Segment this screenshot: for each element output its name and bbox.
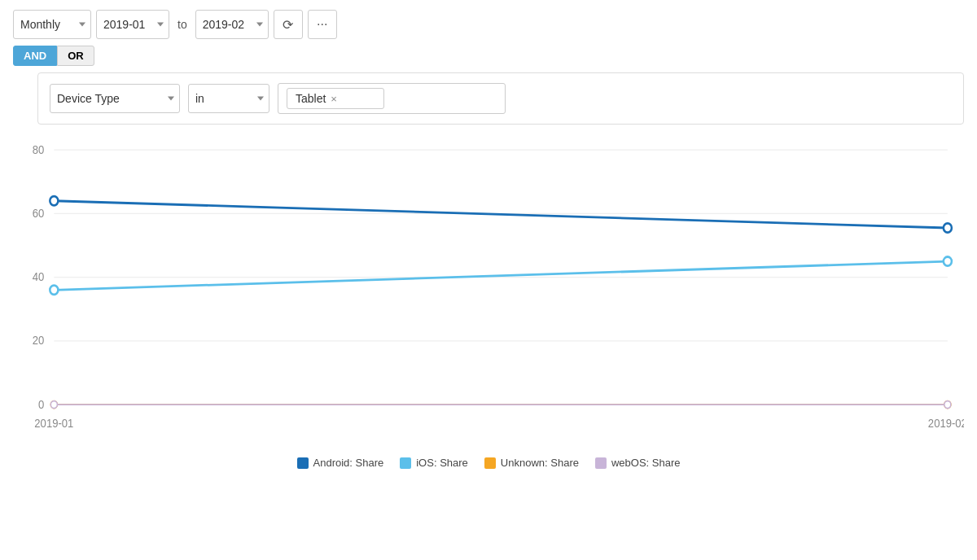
- tablet-tag-label: Tablet: [296, 92, 326, 105]
- to-label: to: [174, 18, 191, 31]
- android-start-dot: [50, 196, 58, 205]
- operator-select-wrapper[interactable]: in not in equals: [188, 84, 269, 113]
- ios-start-dot: [50, 286, 58, 295]
- from-date-select-wrapper[interactable]: 2019-01 2019-02 2018-12: [96, 10, 169, 39]
- svg-text:80: 80: [33, 142, 45, 156]
- dimension-select[interactable]: Device Type Browser OS: [57, 92, 137, 105]
- and-button[interactable]: AND: [13, 46, 57, 66]
- webos-start-dot: [50, 401, 57, 409]
- svg-text:20: 20: [33, 334, 45, 348]
- line-chart-svg: 80 60 40 20 0 2019-01 2019-02: [13, 141, 964, 450]
- ios-end-dot: [944, 257, 952, 266]
- legend-item-unknown: Unknown: Share: [484, 457, 579, 469]
- refresh-icon: ⟳: [283, 17, 293, 33]
- svg-text:2019-02: 2019-02: [928, 416, 964, 430]
- svg-text:40: 40: [33, 269, 45, 283]
- from-date-select[interactable]: 2019-01 2019-02 2018-12: [103, 18, 162, 31]
- unknown-swatch: [484, 457, 496, 469]
- ios-label: iOS: Share: [416, 457, 468, 469]
- toolbar: Monthly Daily Weekly Quarterly Yearly 20…: [13, 10, 964, 39]
- more-icon: ···: [317, 17, 327, 32]
- webos-label: webOS: Share: [611, 457, 681, 469]
- android-end-dot: [944, 223, 952, 232]
- to-date-select-wrapper[interactable]: 2019-02 2019-01 2019-03: [195, 10, 269, 39]
- svg-text:60: 60: [33, 206, 45, 220]
- legend-item-android: Android: Share: [297, 457, 384, 469]
- ios-swatch: [400, 457, 411, 469]
- logic-buttons: AND OR: [13, 46, 964, 66]
- webos-swatch: [595, 457, 607, 469]
- android-label: Android: Share: [313, 457, 384, 469]
- legend-item-webos: webOS: Share: [595, 457, 681, 469]
- chart-area: 80 60 40 20 0 2019-01 2019-02: [13, 141, 964, 450]
- or-button[interactable]: OR: [57, 46, 94, 66]
- svg-text:0: 0: [38, 397, 45, 411]
- filter-container: Device Type Browser OS in not in equals …: [37, 72, 964, 125]
- refresh-button[interactable]: ⟳: [274, 10, 303, 39]
- more-options-button[interactable]: ···: [308, 10, 337, 39]
- operator-select[interactable]: in not in equals: [195, 92, 246, 105]
- svg-text:2019-01: 2019-01: [34, 416, 73, 430]
- unknown-label: Unknown: Share: [501, 457, 579, 469]
- tablet-tag-close-icon[interactable]: ×: [331, 94, 337, 104]
- dimension-chevron-icon: [168, 97, 174, 101]
- tablet-tag: Tablet ×: [287, 88, 384, 109]
- svg-line-13: [54, 261, 948, 290]
- tag-input-area[interactable]: Tablet ×: [278, 83, 506, 114]
- webos-end-dot: [944, 401, 951, 409]
- to-date-select[interactable]: 2019-02 2019-01 2019-03: [203, 18, 261, 31]
- periodicity-select-wrapper[interactable]: Monthly Daily Weekly Quarterly Yearly: [13, 10, 91, 39]
- android-swatch: [297, 457, 309, 469]
- legend-item-ios: iOS: Share: [400, 457, 468, 469]
- svg-line-12: [54, 201, 948, 228]
- dimension-select-wrapper[interactable]: Device Type Browser OS: [50, 84, 180, 113]
- operator-chevron-icon: [257, 97, 264, 101]
- legend: Android: Share iOS: Share Unknown: Share…: [13, 457, 964, 469]
- periodicity-select[interactable]: Monthly Daily Weekly Quarterly Yearly: [20, 18, 84, 31]
